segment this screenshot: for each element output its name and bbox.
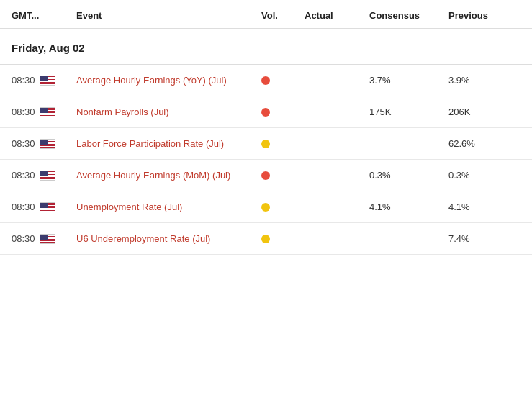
cell-previous-4: 4.1% xyxy=(448,202,520,212)
col-actual: Actual xyxy=(305,10,369,21)
cell-previous-1: 206K xyxy=(448,107,520,117)
section-date: Friday, Aug 02 xyxy=(0,29,532,65)
cell-vol-4 xyxy=(261,203,305,212)
table-row: 08:30 Unemployment Rate (Jul) 4.1% 4.1% xyxy=(0,191,532,223)
vol-dot-5 xyxy=(261,235,270,243)
col-time: GMT... xyxy=(12,10,76,21)
cell-vol-0 xyxy=(261,76,305,85)
time-value-2: 08:30 xyxy=(12,138,35,149)
table-row: 08:30 Average Hourly Earnings (YoY) (Jul… xyxy=(0,65,532,96)
time-value-4: 08:30 xyxy=(12,202,35,212)
economic-calendar: GMT... Event Vol. Actual Consensus Previ… xyxy=(0,0,532,255)
cell-consensus-1: 175K xyxy=(369,107,448,117)
col-previous: Previous xyxy=(448,10,520,21)
flag-us-1 xyxy=(40,107,55,117)
flag-us-5 xyxy=(40,234,55,244)
table-row: 08:30 U6 Underemployment Rate (Jul) 7.4% xyxy=(0,223,532,255)
cell-consensus-3: 0.3% xyxy=(369,170,448,181)
cell-time-1: 08:30 xyxy=(12,107,76,117)
vol-dot-1 xyxy=(261,108,270,117)
cell-time-0: 08:30 xyxy=(12,75,76,86)
cell-previous-5: 7.4% xyxy=(448,233,520,244)
cell-previous-0: 3.9% xyxy=(448,75,520,86)
cell-consensus-4: 4.1% xyxy=(369,202,448,212)
flag-us-4 xyxy=(40,202,55,212)
cell-event-0[interactable]: Average Hourly Earnings (YoY) (Jul) xyxy=(76,75,261,86)
col-vol: Vol. xyxy=(261,10,305,21)
cell-vol-1 xyxy=(261,108,305,117)
flag-us-3 xyxy=(40,171,55,181)
time-value-5: 08:30 xyxy=(12,233,35,244)
cell-event-1[interactable]: Nonfarm Payrolls (Jul) xyxy=(76,107,261,117)
table-row: 08:30 Nonfarm Payrolls (Jul) 175K 206K xyxy=(0,96,532,128)
cell-event-4[interactable]: Unemployment Rate (Jul) xyxy=(76,202,261,212)
cell-vol-3 xyxy=(261,171,305,180)
col-event: Event xyxy=(76,10,261,21)
cell-time-5: 08:30 xyxy=(12,233,76,244)
cell-consensus-0: 3.7% xyxy=(369,75,448,86)
vol-dot-0 xyxy=(261,76,270,85)
table-header: GMT... Event Vol. Actual Consensus Previ… xyxy=(0,0,532,29)
table-row: 08:30 Average Hourly Earnings (MoM) (Jul… xyxy=(0,160,532,191)
cell-event-5[interactable]: U6 Underemployment Rate (Jul) xyxy=(76,233,261,244)
cell-time-3: 08:30 xyxy=(12,170,76,181)
vol-dot-4 xyxy=(261,203,270,212)
flag-us-0 xyxy=(40,76,55,86)
cell-time-4: 08:30 xyxy=(12,202,76,212)
cell-previous-3: 0.3% xyxy=(448,170,520,181)
cell-time-2: 08:30 xyxy=(12,138,76,149)
time-value-0: 08:30 xyxy=(12,75,35,86)
time-value-1: 08:30 xyxy=(12,107,35,117)
vol-dot-3 xyxy=(261,171,270,180)
rows-container: 08:30 Average Hourly Earnings (YoY) (Jul… xyxy=(0,65,532,255)
flag-us-2 xyxy=(40,139,55,149)
cell-event-2[interactable]: Labor Force Participation Rate (Jul) xyxy=(76,138,261,149)
cell-previous-2: 62.6% xyxy=(448,138,520,149)
table-row: 08:30 Labor Force Participation Rate (Ju… xyxy=(0,128,532,160)
cell-vol-5 xyxy=(261,235,305,243)
cell-event-3[interactable]: Average Hourly Earnings (MoM) (Jul) xyxy=(76,170,261,181)
cell-vol-2 xyxy=(261,140,305,148)
vol-dot-2 xyxy=(261,140,270,148)
time-value-3: 08:30 xyxy=(12,170,35,181)
col-consensus: Consensus xyxy=(369,10,448,21)
